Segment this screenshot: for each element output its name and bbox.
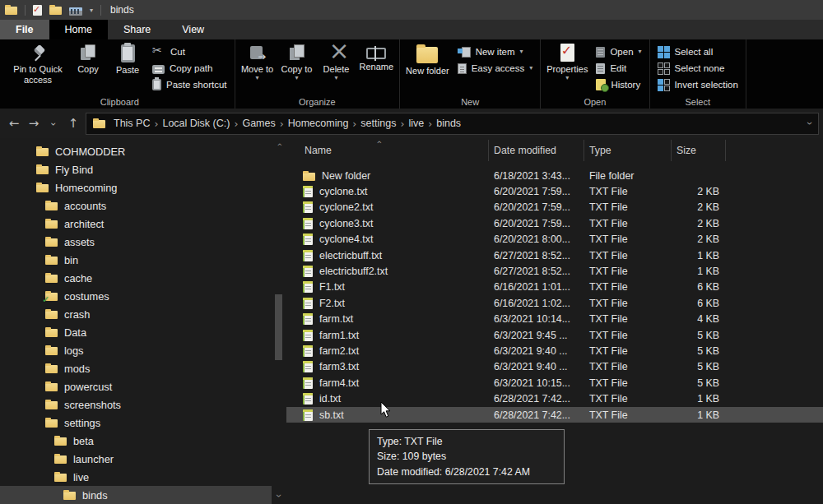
sidebar-item-data[interactable]: Data <box>0 323 272 341</box>
sidebar-item-binds[interactable]: binds <box>0 486 272 504</box>
sidebar-item-accounts[interactable]: accounts <box>0 197 272 215</box>
sidebar-item-homecoming[interactable]: Homecoming <box>0 178 272 197</box>
ribbon-button-properties[interactable]: Properties▾ <box>543 41 591 84</box>
column-header-date-modified[interactable]: Date modified <box>489 140 584 161</box>
copy-icon <box>80 44 96 62</box>
file-name: cyclone3.txt <box>319 218 373 229</box>
file-row-f2-txt[interactable]: F2.txt6/16/2021 1:02...TXT File6 KB <box>286 295 823 311</box>
sidebar-item-label: Fly Bind <box>55 164 93 176</box>
new-folder-quick-icon[interactable] <box>49 7 62 15</box>
file-name: electricbuff.txt <box>319 250 382 261</box>
sidebar-item-logs[interactable]: logs <box>0 341 272 359</box>
column-header-type[interactable]: Type <box>584 140 672 161</box>
forward-icon[interactable]: → <box>24 116 44 131</box>
date-modified-cell: 6/27/2021 8:52... <box>489 250 584 261</box>
breadcrumb-item-homecoming[interactable]: Homecoming <box>286 118 351 129</box>
file-row-farm3-txt[interactable]: farm3.txt6/3/2021 9:40 ...TXT File5 KB <box>286 359 823 375</box>
file-row-farm2-txt[interactable]: farm2.txt6/3/2021 9:40 ...TXT File5 KB <box>286 343 823 358</box>
recent-locations-icon[interactable]: › <box>44 116 63 131</box>
column-header-name[interactable]: Name <box>300 140 489 161</box>
dropdown-arrow-icon: ▾ <box>335 75 338 81</box>
folder-icon <box>45 347 58 355</box>
ribbon-button-new-item[interactable]: New item▾ <box>455 45 536 58</box>
file-row-farm4-txt[interactable]: farm4.txt6/3/2021 10:15...TXT File5 KB <box>286 375 823 391</box>
file-row-farm1-txt[interactable]: farm1.txt6/3/2021 9:45 ...TXT File5 KB <box>286 327 823 343</box>
sidebar-item-crash[interactable]: crash <box>0 305 272 323</box>
sidebar-item-powercust[interactable]: powercust <box>0 377 272 395</box>
ribbon-button-copy-path[interactable]: Copy path <box>150 62 230 75</box>
type-cell: TXT File <box>584 313 672 325</box>
file-row-electricbuff-txt[interactable]: electricbuff.txt6/27/2021 8:52...TXT Fil… <box>286 247 823 263</box>
ribbon-button-easy-access[interactable]: Easy access▾ <box>455 62 536 75</box>
back-icon[interactable]: ← <box>4 116 24 131</box>
breadcrumb-item-settings[interactable]: settings <box>358 118 398 129</box>
ribbon-button-invert-selection[interactable]: Invert selection <box>655 78 741 91</box>
file-row-id-txt[interactable]: id.txt6/28/2021 7:42...TXT File1 KB <box>286 391 823 406</box>
ribbon-button-delete[interactable]: Delete▾ <box>317 41 356 84</box>
tab-home[interactable]: Home <box>49 20 108 39</box>
easy-access-icon <box>458 63 467 74</box>
column-headers: › NameDate modifiedTypeSize <box>286 140 823 161</box>
txt-icon <box>303 281 313 293</box>
file-name-cell: farm1.txt <box>300 330 489 341</box>
chevron-right-icon: › <box>154 118 158 130</box>
ribbon-button-paste-shortcut[interactable]: Paste shortcut <box>150 78 230 91</box>
ribbon-button-cut[interactable]: Cut <box>150 45 230 58</box>
ribbon-button-move-to[interactable]: Move to▾ <box>238 41 277 84</box>
file-row-cyclone-txt[interactable]: cyclone.txt6/20/2021 7:59...TXT File2 KB <box>286 183 823 199</box>
button-label: Invert selection <box>675 80 738 90</box>
breadcrumb-item-this-pc[interactable]: This PC <box>111 118 152 129</box>
tab-file[interactable]: File <box>0 20 49 39</box>
address-bar[interactable]: This PC›Local Disk (C:)›Games›Homecoming… <box>86 113 819 135</box>
sidebar-item-live[interactable]: live <box>0 468 272 486</box>
breadcrumb-item-binds[interactable]: binds <box>434 118 463 129</box>
up-icon[interactable]: ↑ <box>63 116 83 131</box>
scroll-down-icon[interactable]: › <box>272 490 286 502</box>
sidebar-item-launcher[interactable]: launcher <box>0 450 272 468</box>
ribbon-button-rename[interactable]: Rename <box>356 41 398 75</box>
breadcrumb-item-local-disk-c-[interactable]: Local Disk (C:) <box>160 118 232 129</box>
file-row-cyclone3-txt[interactable]: cyclone3.txt6/20/2021 7:59...TXT File2 K… <box>286 215 823 231</box>
breadcrumb-item-games[interactable]: Games <box>239 118 277 129</box>
address-dropdown-icon[interactable]: › <box>808 118 811 129</box>
sidebar-item-fly-bind[interactable]: Fly Bind <box>0 160 272 178</box>
ribbon-button-copy-to[interactable]: Copy to▾ <box>277 41 317 84</box>
tab-view[interactable]: View <box>166 20 220 39</box>
scroll-up-icon[interactable]: › <box>272 140 286 150</box>
properties-quick-icon[interactable] <box>33 5 42 16</box>
sidebar-item-cache[interactable]: cache <box>0 269 272 287</box>
file-row-cyclone4-txt[interactable]: cyclone4.txt6/20/2021 8:00...TXT File2 K… <box>286 232 823 247</box>
tab-share[interactable]: Share <box>108 20 166 39</box>
file-row-farm-txt[interactable]: farm.txt6/3/2021 10:14...TXT File4 KB <box>286 312 823 327</box>
ribbon-button-copy[interactable]: Copy <box>68 41 108 77</box>
scrollbar-thumb[interactable] <box>275 294 282 360</box>
ribbon-button-new-folder[interactable]: New folder <box>402 41 453 79</box>
sidebar-item-bin[interactable]: bin <box>0 251 272 269</box>
ribbon-button-edit[interactable]: Edit <box>593 62 644 75</box>
ribbon-button-open[interactable]: Open▾ <box>593 45 644 58</box>
column-header-size[interactable]: Size <box>672 140 726 161</box>
customize-quick-access-icon[interactable]: ▾ <box>90 7 93 14</box>
sidebar-item-mods[interactable]: mods <box>0 359 272 377</box>
ribbon-button-select-none[interactable]: Select none <box>655 62 741 75</box>
file-row-new-folder[interactable]: New folder6/18/2021 3:43...File folder <box>286 168 823 183</box>
sidebar-item-cohmodder[interactable]: COHMODDER <box>0 142 272 160</box>
ribbon-button-history[interactable]: History <box>593 78 644 91</box>
sidebar-item-beta[interactable]: beta <box>0 432 272 450</box>
sidebar-scrollbar[interactable]: › › <box>272 138 286 504</box>
sidebar-item-assets[interactable]: assets <box>0 233 272 251</box>
file-row-sb-txt[interactable]: sb.txt6/28/2021 7:42...TXT File1 KB <box>286 407 823 423</box>
file-row-f1-txt[interactable]: F1.txt6/16/2021 1:01...TXT File6 KB <box>286 280 823 295</box>
file-row-cyclone2-txt[interactable]: cyclone2.txt6/20/2021 7:59...TXT File2 K… <box>286 200 823 215</box>
ribbon-button-select-all[interactable]: Select all <box>655 45 741 58</box>
breadcrumb-item-live[interactable]: live <box>406 118 426 129</box>
keyboard-quick-icon[interactable] <box>69 7 82 16</box>
sidebar-item-screenshots[interactable]: screenshots <box>0 395 272 414</box>
ribbon-button-paste[interactable]: Paste <box>108 41 147 78</box>
ribbon-button-pin-to-quick-access[interactable]: Pin to Quick access <box>7 41 68 87</box>
sidebar-item-architect[interactable]: architect <box>0 215 272 233</box>
tooltip-line: Size: 109 bytes <box>377 449 556 464</box>
sidebar-item-settings[interactable]: settings <box>0 414 272 432</box>
sidebar-item-costumes[interactable]: costumes <box>0 287 272 305</box>
file-row-electricbuff2-txt[interactable]: electricbuff2.txt6/27/2021 8:52...TXT Fi… <box>286 263 823 279</box>
